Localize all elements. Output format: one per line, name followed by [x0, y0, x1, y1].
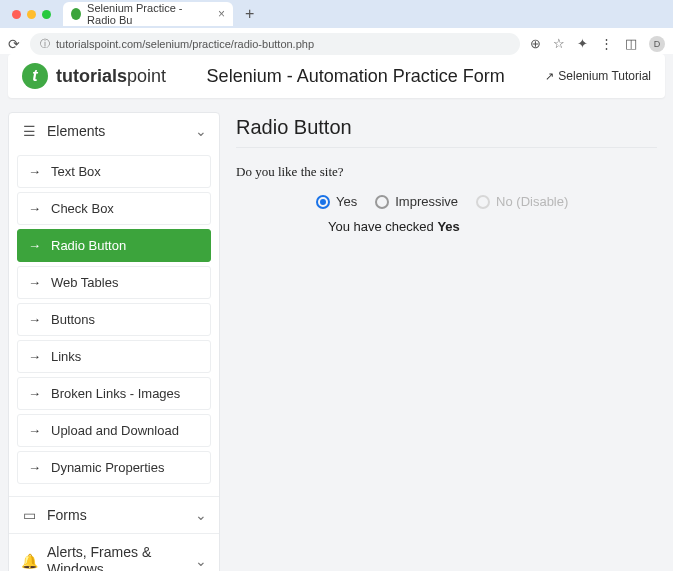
- radio-label: Yes: [336, 194, 357, 209]
- sidebar-section-label: Forms: [47, 507, 87, 523]
- url-text: tutorialspoint.com/selenium/practice/rad…: [56, 38, 314, 50]
- bookmark-icon[interactable]: ☆: [553, 36, 565, 51]
- tutorial-link-label: Selenium Tutorial: [558, 69, 651, 83]
- reload-icon[interactable]: ⟳: [8, 36, 20, 52]
- sidebar-section-label: Elements: [47, 123, 105, 139]
- maximize-window-icon[interactable]: [42, 10, 51, 19]
- sidebar-item-text-box[interactable]: →Text Box: [17, 155, 211, 188]
- content-heading: Radio Button: [236, 116, 657, 148]
- sidebar-item-label: Text Box: [51, 164, 101, 179]
- minimize-window-icon[interactable]: [27, 10, 36, 19]
- arrow-right-icon: →: [28, 386, 41, 401]
- result-prefix: You have checked: [328, 219, 437, 234]
- forms-icon: ▭: [21, 507, 37, 523]
- sidebar-item-upload-download[interactable]: →Upload and Download: [17, 414, 211, 447]
- radio-group: Yes Impressive No (Disable): [236, 194, 657, 209]
- sidebar-item-label: Dynamic Properties: [51, 460, 164, 475]
- sidebar-item-broken-links[interactable]: →Broken Links - Images: [17, 377, 211, 410]
- external-link-icon: ↗: [545, 70, 554, 83]
- sidebar-section-elements: ☰ Elements ⌄ →Text Box →Check Box →Radio…: [9, 113, 219, 497]
- brand-text: tutorialspoint: [56, 66, 166, 87]
- question-text: Do you like the site?: [236, 164, 657, 180]
- sidebar-item-check-box[interactable]: →Check Box: [17, 192, 211, 225]
- window-controls: [6, 10, 57, 19]
- sidebar-item-label: Check Box: [51, 201, 114, 216]
- bell-icon: 🔔: [21, 553, 37, 569]
- chevron-down-icon: ⌄: [195, 507, 207, 523]
- arrow-right-icon: →: [28, 312, 41, 327]
- new-tab-button[interactable]: +: [239, 5, 260, 23]
- close-window-icon[interactable]: [12, 10, 21, 19]
- sidebar-item-label: Upload and Download: [51, 423, 179, 438]
- radio-option-no: No (Disable): [476, 194, 568, 209]
- chevron-down-icon: ⌄: [195, 553, 207, 569]
- sidebar-section-label: Alerts, Frames & Windows: [47, 544, 185, 571]
- profile-avatar[interactable]: D: [649, 36, 665, 52]
- page: t tutorialspoint Selenium - Automation P…: [0, 54, 673, 571]
- arrow-right-icon: →: [28, 349, 41, 364]
- radio-label: Impressive: [395, 194, 458, 209]
- page-header: t tutorialspoint Selenium - Automation P…: [8, 54, 665, 98]
- sidebar-head-elements[interactable]: ☰ Elements ⌄: [9, 113, 219, 149]
- logo-badge-icon: t: [22, 63, 48, 89]
- chevron-down-icon: ⌄: [195, 123, 207, 139]
- menu-divider: ⋮: [600, 36, 613, 51]
- arrow-right-icon: →: [28, 238, 41, 253]
- address-bar[interactable]: ⓘ tutorialspoint.com/selenium/practice/r…: [30, 33, 520, 55]
- menu-icon: ☰: [21, 123, 37, 139]
- radio-label: No (Disable): [496, 194, 568, 209]
- sidebar-head-alerts[interactable]: 🔔 Alerts, Frames & Windows ⌄: [9, 534, 219, 571]
- sidebar-item-buttons[interactable]: →Buttons: [17, 303, 211, 336]
- browser-chrome: Selenium Practice - Radio Bu × + ⟳ ⓘ tut…: [0, 0, 673, 48]
- favicon-icon: [71, 8, 81, 20]
- browser-tab[interactable]: Selenium Practice - Radio Bu ×: [63, 2, 233, 26]
- close-tab-icon[interactable]: ×: [218, 7, 225, 21]
- sidebar-item-web-tables[interactable]: →Web Tables: [17, 266, 211, 299]
- sidebar-section-forms: ▭ Forms ⌄: [9, 497, 219, 534]
- toolbar-right: ⊕ ☆ ✦ ⋮ ◫ D: [530, 36, 665, 52]
- arrow-right-icon: →: [28, 201, 41, 216]
- side-panel-icon[interactable]: ◫: [625, 36, 637, 51]
- sidebar-item-label: Links: [51, 349, 81, 364]
- sidebar: ☰ Elements ⌄ →Text Box →Check Box →Radio…: [8, 112, 220, 571]
- main-content: Radio Button Do you like the site? Yes I…: [236, 112, 665, 571]
- sidebar-item-radio-button[interactable]: →Radio Button: [17, 229, 211, 262]
- result-value: Yes: [437, 219, 459, 234]
- sidebar-list-elements: →Text Box →Check Box →Radio Button →Web …: [9, 149, 219, 496]
- arrow-right-icon: →: [28, 275, 41, 290]
- sidebar-item-links[interactable]: →Links: [17, 340, 211, 373]
- extensions-icon[interactable]: ✦: [577, 36, 588, 51]
- radio-option-yes[interactable]: Yes: [316, 194, 357, 209]
- radio-option-impressive[interactable]: Impressive: [375, 194, 458, 209]
- selenium-tutorial-link[interactable]: ↗ Selenium Tutorial: [545, 69, 651, 83]
- radio-indicator: [316, 195, 330, 209]
- brand-logo[interactable]: t tutorialspoint: [22, 63, 166, 89]
- radio-indicator: [476, 195, 490, 209]
- sidebar-item-label: Radio Button: [51, 238, 126, 253]
- sidebar-section-alerts: 🔔 Alerts, Frames & Windows ⌄: [9, 534, 219, 571]
- sidebar-item-dynamic-properties[interactable]: →Dynamic Properties: [17, 451, 211, 484]
- tab-title: Selenium Practice - Radio Bu: [87, 2, 208, 26]
- radio-indicator: [375, 195, 389, 209]
- site-info-icon[interactable]: ⓘ: [40, 37, 50, 51]
- sidebar-item-label: Broken Links - Images: [51, 386, 180, 401]
- sidebar-head-forms[interactable]: ▭ Forms ⌄: [9, 497, 219, 533]
- tab-strip: Selenium Practice - Radio Bu × +: [0, 0, 673, 28]
- page-title: Selenium - Automation Practice Form: [207, 66, 505, 87]
- arrow-right-icon: →: [28, 423, 41, 438]
- sidebar-item-label: Web Tables: [51, 275, 118, 290]
- arrow-right-icon: →: [28, 164, 41, 179]
- page-body: ☰ Elements ⌄ →Text Box →Check Box →Radio…: [8, 112, 665, 571]
- sidebar-item-label: Buttons: [51, 312, 95, 327]
- result-text: You have checked Yes: [236, 219, 657, 234]
- arrow-right-icon: →: [28, 460, 41, 475]
- zoom-icon[interactable]: ⊕: [530, 36, 541, 51]
